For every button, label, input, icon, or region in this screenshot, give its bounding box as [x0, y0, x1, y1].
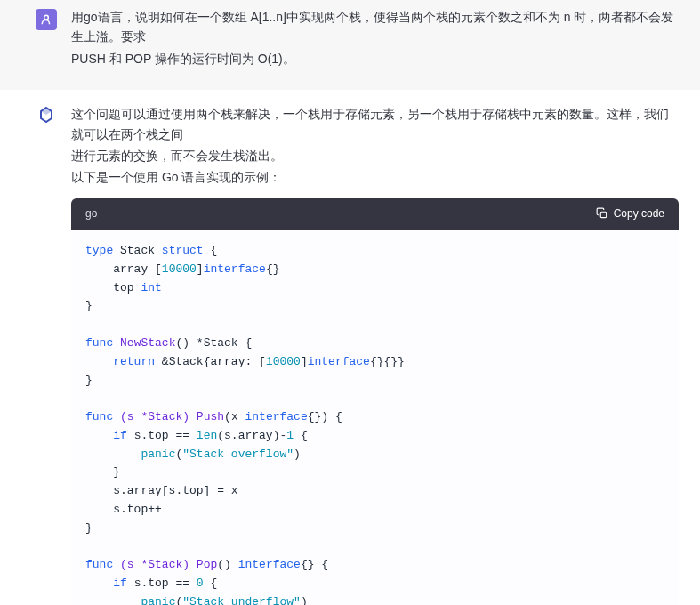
user-message-content: 用go语言，说明如何在一个数组 A[1..n]中实现两个栈，使得当两个栈的元素个… [71, 7, 679, 70]
assistant-message-content: 这个问题可以通过使用两个栈来解决，一个栈用于存储元素，另一个栈用于存储栈中元素的… [71, 104, 679, 605]
svg-rect-1 [600, 213, 606, 218]
assistant-message-row: 这个问题可以通过使用两个栈来解决，一个栈用于存储元素，另一个栈用于存储栈中元素的… [0, 90, 700, 605]
assistant-text: 以下是一个使用 Go 语言实现的示例： [71, 167, 679, 187]
user-message-row: 用go语言，说明如何在一个数组 A[1..n]中实现两个栈，使得当两个栈的元素个… [0, 0, 700, 90]
copy-code-button[interactable]: Copy code [596, 206, 664, 222]
code-language-label: go [85, 206, 97, 222]
copy-code-label: Copy code [614, 206, 664, 222]
user-text: PUSH 和 POP 操作的运行时间为 O(1)。 [71, 49, 679, 69]
clipboard-icon [596, 207, 608, 220]
assistant-text: 这个问题可以通过使用两个栈来解决，一个栈用于存储元素，另一个栈用于存储栈中元素的… [71, 104, 679, 144]
svg-point-0 [44, 15, 49, 20]
user-avatar [36, 9, 57, 30]
code-block: go Copy code type Stack struct { array [… [71, 198, 679, 605]
user-icon [40, 13, 52, 26]
assistant-avatar [36, 106, 57, 127]
bot-icon [36, 106, 57, 127]
code-content[interactable]: type Stack struct { array [10000]interfa… [71, 230, 679, 605]
assistant-text: 进行元素的交换，而不会发生栈溢出。 [71, 146, 679, 165]
user-text: 用go语言，说明如何在一个数组 A[1..n]中实现两个栈，使得当两个栈的元素个… [71, 7, 679, 47]
code-header: go Copy code [71, 198, 679, 230]
